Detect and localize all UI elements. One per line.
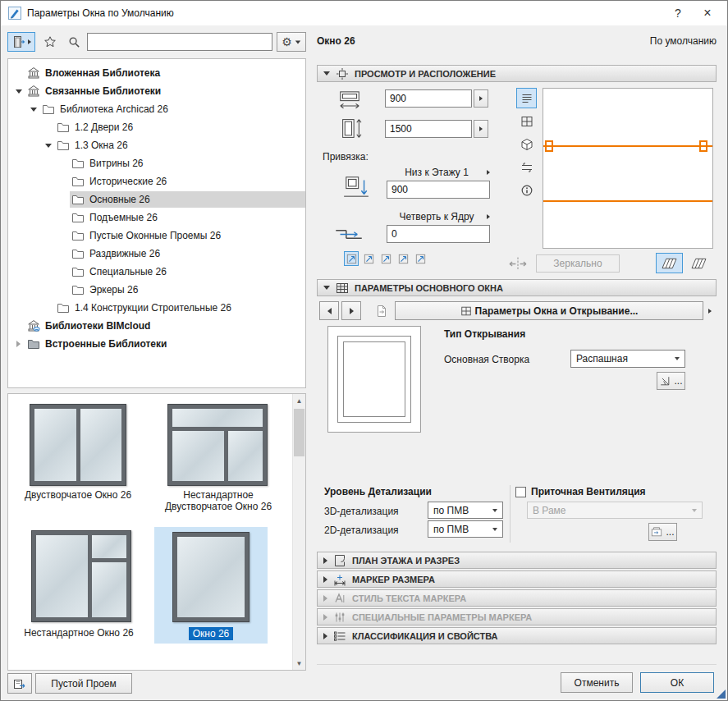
mode-label: По умолчанию [650, 35, 717, 47]
flip-right-button[interactable] [685, 253, 712, 273]
tree-item-vitrines[interactable]: Витрины 26 [8, 154, 305, 172]
library-search-input[interactable] [87, 33, 272, 51]
flip-left-button[interactable] [656, 253, 683, 273]
preview-tab-elevation[interactable] [516, 111, 537, 131]
section-special-marker-parameters[interactable]: СПЕЦИАЛЬНЫЕ ПАРАМЕТРЫ МАРКЕРА [317, 608, 717, 625]
thumb-image-double-window[interactable] [30, 404, 126, 486]
scroll-up-icon[interactable]: ▲ [293, 394, 305, 407]
opening-angle-button[interactable]: ... [657, 372, 685, 390]
thumb-label[interactable]: Двустворчатое Окно 26 [11, 489, 144, 501]
tree-item-special[interactable]: Специальные 26 [8, 263, 305, 281]
collapse-arrow-icon[interactable] [11, 341, 25, 347]
detail-2d-select[interactable]: по ПМВ [428, 520, 503, 538]
anchor-preset-5[interactable] [413, 251, 428, 266]
tree-item-historic[interactable]: Исторические 26 [8, 172, 305, 190]
empty-opening-button[interactable]: Пустой Проем [35, 673, 132, 694]
tree-item-archicad-library[interactable]: Библиотека Archicad 26 [8, 100, 305, 118]
bottom-anchor-selector[interactable]: Низ к Этажу 1 [387, 166, 490, 179]
tree-item-linked-libraries[interactable]: Связанные Библиотеки [8, 82, 305, 100]
section-main-window-parameters[interactable]: ПАРАМЕТРЫ ОСНОВНОГО ОКНА [317, 279, 717, 296]
anchor-icon [364, 254, 374, 264]
placement-preview[interactable] [543, 88, 713, 249]
thumb-image-custom-double-window[interactable] [167, 404, 268, 486]
width-flyout-button[interactable] [474, 89, 488, 108]
library-tree[interactable]: Вложенная Библиотека Связанные Библиотек… [7, 58, 306, 388]
vent-settings-button[interactable]: ... [648, 523, 677, 541]
parameter-page-selector[interactable]: Параметры Окна и Открывание... [395, 301, 703, 320]
section-title: СТИЛЬ ТЕКСТА МАРКЕРА [352, 593, 466, 603]
section-classification-properties[interactable]: КЛАССИФИКАЦИЯ И СВОЙСТВА [317, 627, 717, 644]
expand-arrow-icon[interactable] [41, 144, 55, 148]
favorites-button[interactable] [39, 32, 61, 52]
anchor-preset-4[interactable] [396, 251, 410, 266]
detail-3d-select[interactable]: по ПМВ [428, 502, 503, 519]
tree-item-doors[interactable]: 1.2 Двери 26 [8, 118, 305, 136]
tree-item-bimcloud[interactable]: Библиотеки BIMcloud [8, 317, 305, 335]
section-floor-plan-and-section[interactable]: ПЛАН ЭТАЖА И РАЗРЕЗ [317, 552, 717, 569]
preview-tab-3d[interactable] [516, 134, 537, 154]
help-button[interactable]: ? [665, 1, 691, 25]
thumb-label[interactable]: Нестандартное Окно 26 [13, 627, 144, 639]
expand-arrow-icon[interactable] [26, 108, 40, 112]
transfer-parameters-button[interactable] [370, 301, 392, 320]
preview-tab-plan[interactable] [516, 88, 537, 108]
preview-tab-info[interactable] [516, 180, 537, 200]
expand-arrow-icon[interactable] [11, 89, 25, 94]
height-input[interactable] [385, 120, 472, 138]
thumbnail-browser[interactable]: Двустворчатое Окно 26 Нестандартное Двус… [7, 393, 306, 671]
thumb-label-selected[interactable]: Окно 26 [154, 628, 268, 639]
title-bar[interactable]: Параметры Окна по Умолчанию [1, 1, 727, 25]
combo-arrow-icon [692, 509, 697, 512]
tree-item-basic-selected[interactable]: Основные 26 [8, 190, 305, 208]
special-parameters-icon [333, 611, 346, 624]
settings-menu-button[interactable]: ⚙ [277, 32, 306, 52]
tree-item-embedded-library[interactable]: Вложенная Библиотека [8, 64, 305, 82]
thumb-label[interactable]: Нестандартное Двустворчатое Окно 26 [153, 489, 284, 512]
floor-plan-icon [333, 554, 346, 567]
main-sash-select[interactable]: Распашная [570, 350, 685, 368]
resize-grip[interactable] [717, 690, 726, 699]
page-next-button[interactable] [341, 301, 361, 320]
tree-item-lifting[interactable]: Подъемные 26 [8, 208, 305, 227]
close-button[interactable]: × [694, 1, 721, 25]
thumb-image-window-26-selected[interactable] [172, 532, 250, 622]
section-collapsed-icon [323, 614, 327, 621]
mirror-button[interactable]: Зеркально [536, 254, 620, 273]
object-type-button[interactable] [7, 32, 35, 52]
page-selector-arrow-button[interactable] [703, 301, 717, 320]
vent-location-select[interactable]: В Раме [527, 502, 703, 519]
transfer-settings-button[interactable] [7, 673, 32, 694]
tree-item-windows[interactable]: 1.3 Окна 26 [8, 136, 305, 154]
thumb-image-custom-window[interactable] [31, 530, 131, 622]
tree-item-sliding[interactable]: Раздвижные 26 [8, 245, 305, 263]
width-input[interactable] [385, 89, 472, 108]
preview-tab-section[interactable] [516, 157, 537, 177]
anchor-preset-2[interactable] [361, 251, 376, 266]
page-prev-button[interactable] [319, 301, 339, 320]
scroll-down-icon[interactable]: ▼ [293, 657, 305, 670]
anchor-icon [415, 254, 426, 264]
section-dimension-marker[interactable]: МАРКЕР РАЗМЕРА [317, 570, 717, 588]
embedded-folder-icon [25, 337, 42, 350]
tree-item-builtin-libraries[interactable]: Встроенные Библиотеки [8, 335, 305, 353]
mirror-arrows-icon[interactable] [506, 256, 529, 272]
reveal-anchor-selector[interactable]: Четверть к Ядру [387, 210, 490, 223]
section-icon [520, 161, 533, 174]
right-panel-header: Окно 26 По умолчанию [317, 32, 717, 50]
cancel-button[interactable]: Отменить [561, 672, 633, 693]
thumbnail-scrollbar[interactable]: ▲ ▼ [292, 394, 305, 670]
ok-button[interactable]: ОК [640, 672, 714, 693]
vent-checkbox[interactable] [515, 487, 526, 497]
reveal-anchor-input[interactable] [387, 225, 490, 243]
tree-item-bay[interactable]: Эркеры 26 [8, 281, 305, 299]
section-marker-text-style[interactable]: СТИЛЬ ТЕКСТА МАРКЕРА [317, 589, 717, 607]
bottom-anchor-input[interactable] [387, 181, 490, 199]
tree-item-empty-openings[interactable]: Пустые Оконные Проемы 26 [8, 227, 305, 245]
height-flyout-button[interactable] [474, 120, 488, 138]
section-preview-placement[interactable]: ПРОСМОТР И РАСПОЛОЖЕНИЕ [317, 65, 717, 82]
anchor-preset-3[interactable] [378, 251, 393, 266]
scrollbar-thumb[interactable] [294, 409, 304, 456]
anchor-preset-1[interactable] [344, 251, 359, 266]
tree-item-constructions[interactable]: 1.4 Конструкции Строительные 26 [8, 299, 305, 317]
section-title: СПЕЦИАЛЬНЫЕ ПАРАМЕТРЫ МАРКЕРА [352, 612, 532, 622]
